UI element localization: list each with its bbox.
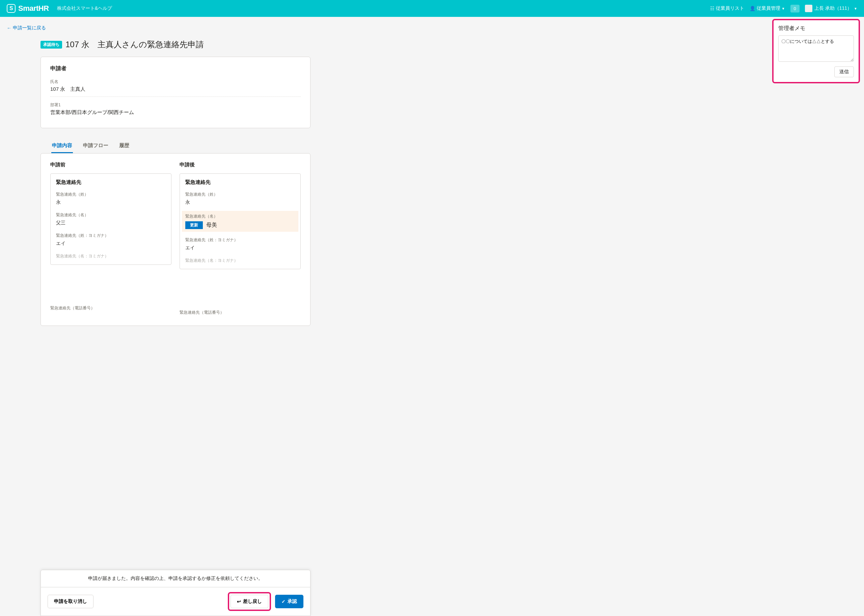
phone-label-before: 緊急連絡先（電話番号）	[50, 305, 172, 311]
lastname-label-after: 緊急連絡先（姓）	[185, 192, 295, 197]
firstname-label-after: 緊急連絡先（名）	[185, 214, 295, 219]
tab-flow[interactable]: 申請フロー	[82, 139, 109, 153]
firstkana-label-partial: 緊急連絡先（名：ヨミガナ）	[56, 253, 166, 259]
phone-label-after: 緊急連絡先（電話番号）	[179, 310, 301, 316]
avatar	[805, 5, 812, 12]
application-card: 申請前 緊急連絡先 緊急連絡先（姓） 永 緊急連絡先（名） 父三 緊急連絡先（姓…	[41, 153, 310, 326]
before-header: 申請前	[50, 162, 172, 168]
tabs: 申請内容 申請フロー 履歴	[41, 139, 310, 153]
status-badge: 承認待ち	[41, 41, 62, 49]
chevron-down-icon: ▼	[782, 7, 785, 11]
company-name: 株式会社スマート&ヘルプ	[57, 5, 112, 11]
before-column: 申請前 緊急連絡先 緊急連絡先（姓） 永 緊急連絡先（名） 父三 緊急連絡先（姓…	[50, 162, 172, 317]
update-badge: 更新	[185, 221, 203, 229]
tab-content[interactable]: 申請内容	[51, 139, 73, 153]
lastname-label: 緊急連絡先（姓）	[56, 192, 166, 197]
lastkana-label-after: 緊急連絡先（姓：ヨミガナ）	[185, 237, 295, 243]
logo-text: SmartHR	[18, 4, 49, 13]
name-label: 氏名	[50, 79, 301, 85]
back-link[interactable]: ← 申請一覧に戻る	[7, 25, 46, 31]
after-inner: 緊急連絡先 緊急連絡先（姓） 永 緊急連絡先（名） 更新 母美 緊急連絡先（姓	[179, 173, 301, 269]
header-nav: ☷ 従業員リスト 👤 従業員管理 ▼ 0 上長 承助（111） ▼	[710, 5, 857, 13]
lastkana-label: 緊急連絡先（姓：ヨミガナ）	[56, 233, 166, 239]
page-title: 107 永 主真人さんの緊急連絡先申請	[66, 39, 204, 50]
logo[interactable]: S SmartHR	[7, 4, 49, 13]
firstkana-label-after-partial: 緊急連絡先（名：ヨミガナ）	[185, 258, 295, 264]
admin-memo-panel: 管理者メモ 送信	[772, 19, 860, 83]
dept-value: 営業本部/西日本グループ/関西チーム	[50, 109, 301, 120]
memo-textarea[interactable]	[778, 35, 854, 62]
applicant-card: 申請者 氏名 107 永 主真人 部署1 営業本部/西日本グループ/関西チーム	[41, 57, 310, 128]
person-icon: 👤	[749, 6, 755, 11]
arrow-left-icon: ←	[7, 25, 11, 31]
lastkana-after: エイ	[185, 245, 295, 251]
tab-history[interactable]: 履歴	[118, 139, 130, 153]
logo-icon: S	[7, 4, 16, 13]
firstname-before: 父三	[56, 220, 166, 226]
user-menu[interactable]: 上長 承助（111） ▼	[805, 5, 857, 12]
chevron-down-icon: ▼	[854, 7, 857, 11]
after-header: 申請後	[179, 162, 301, 168]
applicant-section-title: 申請者	[50, 65, 301, 72]
employee-list-link[interactable]: ☷ 従業員リスト	[710, 5, 744, 11]
lastname-after: 永	[185, 200, 295, 206]
name-value: 107 永 主真人	[50, 86, 301, 97]
emergency-title-after: 緊急連絡先	[185, 179, 295, 185]
after-column: 申請後 緊急連絡先 緊急連絡先（姓） 永 緊急連絡先（名） 更新 母美	[179, 162, 301, 317]
before-inner: 緊急連絡先 緊急連絡先（姓） 永 緊急連絡先（名） 父三 緊急連絡先（姓：ヨミガ…	[50, 173, 172, 265]
memo-submit-button[interactable]: 送信	[834, 66, 854, 77]
firstname-after: 母美	[206, 222, 217, 229]
memo-title: 管理者メモ	[778, 25, 854, 32]
notification-badge[interactable]: 0	[790, 5, 799, 13]
lastkana-before: エイ	[56, 240, 166, 247]
employee-mgmt-dropdown[interactable]: 👤 従業員管理 ▼	[749, 5, 785, 11]
emergency-title: 緊急連絡先	[56, 179, 166, 185]
list-icon: ☷	[710, 6, 714, 11]
changed-field: 緊急連絡先（名） 更新 母美	[182, 211, 298, 232]
dept-label: 部署1	[50, 102, 301, 108]
app-header: S SmartHR 株式会社スマート&ヘルプ ☷ 従業員リスト 👤 従業員管理 …	[0, 0, 864, 17]
lastname-before: 永	[56, 200, 166, 206]
main-content: 承認待ち 107 永 主真人さんの緊急連絡先申請 申請者 氏名 107 永 主真…	[41, 39, 310, 326]
firstname-label: 緊急連絡先（名）	[56, 212, 166, 218]
